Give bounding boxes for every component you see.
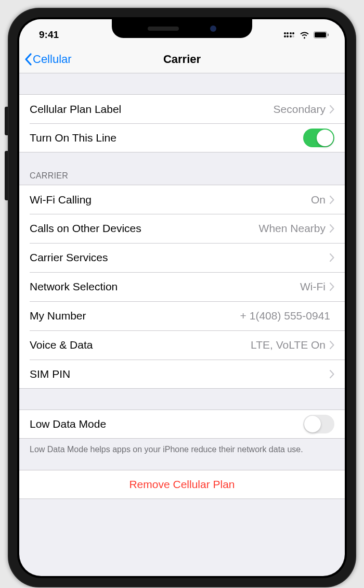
carrier-services-row[interactable]: Carrier Services bbox=[19, 243, 345, 272]
remove-plan-button[interactable]: Remove Cellular Plan bbox=[19, 470, 345, 499]
chevron-right-icon bbox=[330, 253, 334, 262]
back-label: Cellular bbox=[33, 53, 72, 66]
notch bbox=[112, 19, 252, 38]
remove-plan-label: Remove Cellular Plan bbox=[129, 478, 235, 491]
screen: 9:41 Cellul bbox=[19, 19, 345, 576]
cell-value: Secondary bbox=[274, 103, 326, 116]
cell-value: When Nearby bbox=[259, 222, 326, 235]
cell-label: Turn On This Line bbox=[30, 132, 303, 144]
my-number-row[interactable]: My Number + 1(408) 555-0941 bbox=[19, 301, 345, 330]
chevron-right-icon bbox=[330, 283, 334, 291]
page-title: Carrier bbox=[163, 53, 201, 66]
low-data-mode-row: Low Data Mode bbox=[19, 410, 345, 439]
cell-value: On bbox=[311, 194, 326, 206]
cell-label: Network Selection bbox=[30, 280, 300, 293]
cell-label: My Number bbox=[30, 310, 240, 322]
cell-label: Wi-Fi Calling bbox=[30, 194, 311, 206]
nav-bar: Cellular Carrier bbox=[19, 45, 345, 73]
sim-pin-row[interactable]: SIM PIN bbox=[19, 360, 345, 389]
cell-label: Carrier Services bbox=[30, 251, 326, 264]
voice-data-row[interactable]: Voice & Data LTE, VoLTE On bbox=[19, 330, 345, 360]
cell-label: Calls on Other Devices bbox=[30, 222, 259, 235]
chevron-right-icon bbox=[330, 224, 334, 233]
status-time: 9:41 bbox=[39, 29, 59, 41]
cell-value: Wi-Fi bbox=[300, 280, 326, 293]
turn-on-line-toggle[interactable] bbox=[303, 129, 334, 147]
cell-value: + 1(408) 555-0941 bbox=[240, 310, 330, 322]
cell-value: LTE, VoLTE On bbox=[251, 339, 326, 351]
cellular-plan-label-row[interactable]: Cellular Plan Label Secondary bbox=[19, 94, 345, 123]
chevron-right-icon bbox=[330, 341, 334, 349]
low-data-mode-toggle[interactable] bbox=[303, 415, 334, 433]
back-button[interactable]: Cellular bbox=[24, 53, 72, 66]
calls-other-devices-row[interactable]: Calls on Other Devices When Nearby bbox=[19, 214, 345, 243]
carrier-section-header: Carrier bbox=[19, 167, 345, 185]
dual-signal-icon bbox=[283, 32, 295, 37]
chevron-left-icon bbox=[24, 53, 32, 66]
battery-icon bbox=[314, 31, 329, 39]
cell-label: Voice & Data bbox=[30, 339, 251, 351]
svg-rect-2 bbox=[328, 34, 329, 36]
chevron-right-icon bbox=[330, 370, 334, 378]
wifi-calling-row[interactable]: Wi-Fi Calling On bbox=[19, 185, 345, 214]
low-data-footer: Low Data Mode helps apps on your iPhone … bbox=[19, 439, 345, 461]
chevron-right-icon bbox=[330, 105, 334, 113]
cell-label: Low Data Mode bbox=[30, 418, 303, 430]
chevron-right-icon bbox=[330, 196, 334, 204]
cell-label: SIM PIN bbox=[30, 368, 326, 380]
cell-label: Cellular Plan Label bbox=[30, 103, 274, 116]
wifi-icon bbox=[299, 31, 310, 39]
turn-on-line-row: Turn On This Line bbox=[19, 123, 345, 152]
svg-rect-1 bbox=[315, 32, 326, 37]
network-selection-row[interactable]: Network Selection Wi-Fi bbox=[19, 272, 345, 301]
